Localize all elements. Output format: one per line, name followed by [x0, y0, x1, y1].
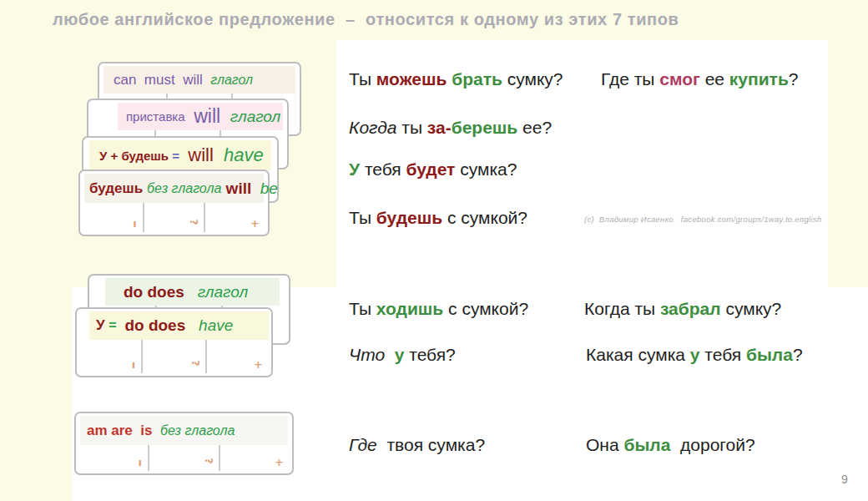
text-segment: will — [221, 180, 255, 198]
card-label: приставка will глагол — [118, 103, 283, 130]
text-segment: глагол — [193, 283, 248, 301]
text-segment: смог — [659, 69, 700, 89]
text-segment: ты — [396, 118, 426, 137]
text-segment: ее — [700, 69, 729, 89]
sentence-ty-khodish: Ты ходишь с сумкой? — [349, 298, 528, 320]
statement-mark-icon: ı — [133, 217, 136, 230]
text-segment: У — [349, 159, 360, 179]
text-segment: глагол — [210, 73, 253, 88]
text-segment: У + будешь — [99, 149, 172, 163]
text-segment: приставка — [126, 109, 189, 124]
cell-question: ? — [141, 340, 204, 373]
attribution: (c) Владимир Исаенко facebook.com/groups… — [584, 215, 822, 224]
text-segment: сумку? — [502, 69, 563, 89]
sentence-u-tebya-budet: У тебя будет сумка? — [349, 159, 517, 180]
statement-mark-icon: ı — [139, 456, 142, 468]
plus-mark-icon: + — [254, 358, 263, 371]
text-segment: do does — [120, 316, 194, 335]
cell-statement: ı — [79, 340, 141, 373]
text-segment: тебя — [360, 159, 406, 179]
text-segment: была — [623, 435, 670, 454]
text-segment: have — [219, 144, 264, 166]
text-segment: у — [690, 345, 700, 364]
sentence-kogda-zaberesh: Когда ты за-берешь ее? — [349, 117, 552, 139]
text-segment: have — [194, 316, 233, 335]
text-segment: Ты — [349, 69, 376, 89]
text-segment: без глагола — [147, 181, 221, 196]
text-segment: брать — [452, 69, 502, 89]
card-cells: ı ? + — [78, 445, 290, 471]
text-segment: Ты — [349, 208, 376, 227]
text-segment: will — [183, 144, 219, 166]
text-segment: купить — [729, 69, 789, 89]
card-label: do does глагол — [105, 278, 280, 306]
text-segment: do does — [124, 283, 193, 301]
question-mark-icon: ? — [189, 361, 201, 367]
text-segment: ? — [789, 69, 799, 89]
text-segment: Какая сумка — [586, 345, 690, 364]
plus-mark-icon: + — [250, 217, 260, 230]
page-number: 9 — [841, 473, 848, 486]
cell-question: ? — [143, 203, 204, 232]
text-segment: ходишь — [376, 299, 443, 318]
card-u-do-does-have: У = do does have ı ? + — [75, 307, 273, 377]
text-segment: am are is — [87, 423, 160, 439]
sentence-gde-tvoya-sumka: Где твоя сумка? — [349, 434, 485, 456]
text-segment: будешь — [89, 180, 147, 197]
cell-statement: ı — [78, 445, 148, 471]
text-segment: с сумкой? — [443, 299, 528, 318]
text-segment: без глагола — [160, 423, 235, 438]
card-label: am are is без глагола — [80, 416, 288, 445]
text-segment: can must will — [114, 72, 210, 89]
text-segment: сумку? — [721, 299, 782, 318]
text-segment: Когда — [349, 118, 396, 137]
cell-plus: + — [204, 203, 265, 232]
text-segment: ее? — [517, 118, 552, 137]
text-segment: У — [96, 317, 108, 334]
sentence-kogda-zabral: Когда ты забрал сумку? — [584, 298, 781, 320]
card-label: У + будешь = will have — [89, 140, 271, 170]
statement-mark-icon: ı — [132, 358, 135, 371]
sentence-kakaya-sumka-byla: Какая сумка у тебя была? — [586, 344, 803, 366]
text-segment: will — [189, 105, 226, 128]
cell-plus: + — [205, 340, 269, 373]
sentence-chto-u-tebya: Что у тебя? — [349, 344, 456, 366]
sentence-mozhesh-brat: Ты можешь брать сумку? — [349, 68, 563, 90]
card-budesh-will-be: будешь без глагола will be ı ? + — [78, 170, 270, 236]
text-segment: Она — [586, 435, 623, 454]
card-label: У = do does have — [89, 311, 269, 340]
text-segment: глагол — [226, 108, 281, 126]
text-segment — [385, 345, 395, 364]
slide: любое английское предложение – относится… — [0, 0, 868, 501]
text-segment: была — [746, 345, 793, 364]
text-segment: у — [395, 345, 405, 364]
text-segment: Когда ты — [584, 299, 660, 318]
text-segment: = — [172, 149, 183, 163]
text-segment: ? — [793, 345, 803, 364]
sentence-ona-byla-dorogoy: Она была дорогой? — [586, 434, 755, 456]
text-segment: дорогой? — [670, 435, 754, 454]
question-mark-icon: ? — [189, 220, 200, 225]
cell-question: ? — [148, 445, 219, 471]
card-label: can must will глагол — [103, 66, 295, 94]
card-label: будешь без глагола will be — [84, 174, 264, 203]
text-segment: за- — [427, 118, 452, 137]
text-segment: будешь — [376, 208, 442, 227]
text-segment: будет — [406, 159, 456, 179]
card-am-are-is: am are is без глагола ı ? + — [74, 412, 294, 475]
text-segment: Ты — [349, 299, 376, 318]
cell-statement: ı — [83, 203, 143, 232]
card-cells: ı ? + — [79, 340, 269, 373]
text-segment: можешь — [376, 69, 447, 89]
sentence-ty-budesh-s-sumkoy: Ты будешь с сумкой? — [349, 207, 527, 229]
text-segment: тебя? — [404, 345, 455, 364]
plus-mark-icon: + — [275, 456, 284, 468]
text-segment: сумка? — [455, 159, 517, 179]
cell-plus: + — [219, 445, 290, 471]
text-segment: Где ты — [601, 69, 659, 89]
text-segment: забрал — [660, 299, 721, 318]
sentence-gde-smog-kupit: Где ты смог ее купить? — [601, 68, 799, 90]
question-mark-icon: ? — [204, 458, 215, 464]
card-cells: ı ? + — [83, 203, 265, 232]
text-segment: be — [256, 180, 278, 198]
